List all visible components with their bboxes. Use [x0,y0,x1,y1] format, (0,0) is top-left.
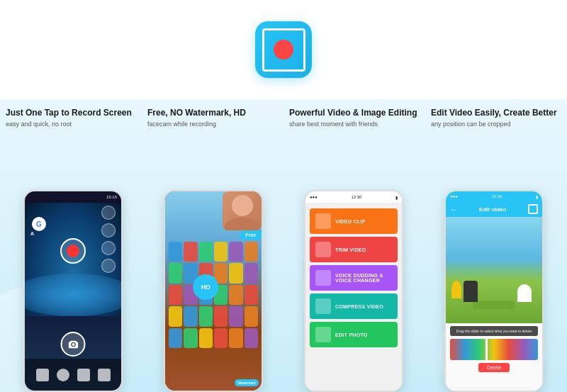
compress-video-item[interactable]: COMPRESS VIDEO [310,293,398,319]
delete-button[interactable]: Delete [478,363,510,372]
phone4-battery: ▮ [536,194,538,199]
video-clip-label: VIDEO CLIP [335,219,366,224]
phone3-signal: ●●● [310,195,318,199]
google-g-icon: G [32,217,46,231]
feature-title-1: Just One Tap to Record Screen [6,108,136,119]
voice-icon [315,270,331,286]
compress-icon [315,298,331,314]
bottom-section: Just One Tap to Record Screen easy and q… [0,99,567,392]
bottom-icon-maps [77,369,90,381]
phone-wrapper-4: ●●● 12:30 ▮ ← Edit video [424,190,564,392]
timeline-handle[interactable] [485,336,488,363]
tile-24 [245,306,258,326]
record-dot [67,245,79,257]
bottom-icon-phone [36,369,49,381]
phone-wrapper-2: HD Free [143,190,284,392]
edit-photo-label: EDIT PHOTO [335,332,368,337]
tile-21 [199,306,213,326]
feature-subtitle-2: facecam while recording [147,121,278,128]
phone-frame-3: ●●● 12:30 ▮ VIDEO CLIP TRIM VIDEO [304,190,403,392]
bottom-icon-gmail [98,369,111,381]
phone-screen-1: 15:15 G A [25,191,121,391]
edit-photo-icon [315,327,331,342]
tile-13 [169,285,182,305]
feature-title-4: Edit Video Easily, Create Better [431,108,561,119]
voice-dudding-label: VOICE DUDDING & VOICE CHANGER [335,273,392,283]
game-character-black [464,281,478,302]
tile-11 [229,263,242,283]
tile-1 [169,242,182,262]
video-clip-icon [315,213,331,229]
app-icon [255,21,312,78]
phone4-time: 12:30 [491,194,502,198]
drag-hint-text: Drag the slider to select what you want … [450,326,538,336]
face-body [225,218,260,230]
free-badge: Free [240,230,262,240]
tile-26 [184,328,197,348]
feature-subtitle-3: share best moment with friends [289,121,420,128]
compress-label: COMPRESS VIDEO [335,304,383,309]
voice-dudding-item[interactable]: VOICE DUDDING & VOICE CHANGER [310,265,398,291]
phone-frame-1: 15:15 G A [23,190,123,392]
tile-7 [169,263,182,283]
phone-wrapper-1: 15:15 G A [3,190,143,392]
delete-area: Delete [446,363,542,372]
side-btn-3[interactable] [101,241,116,255]
tile-23 [229,306,242,326]
record-button[interactable] [60,238,86,264]
edit-photo-item[interactable]: EDIT PHOTO [310,322,398,347]
tile-2 [184,242,197,262]
edit-video-title: Edit video [460,206,525,213]
game-character-white [517,284,532,302]
camera-float-btn[interactable] [61,332,86,357]
back-arrow-icon[interactable]: ← [450,206,457,213]
feature-title-3: Powerful Video & Image Editing [289,108,420,119]
facecam-overlay [223,191,262,230]
tile-20 [184,306,197,326]
video-clip-item[interactable]: VIDEO CLIP [310,208,398,234]
feature-subtitle-1: easy and quick, no root [6,121,136,128]
tile-19 [169,306,182,326]
tile-17 [229,285,242,305]
tile-12 [245,263,258,283]
side-btn-4[interactable] [101,259,116,273]
watermark-badge: Watermark [235,379,259,386]
phone3-status-bar: ●●● 12:30 ▮ [305,191,402,203]
game-preview [446,217,542,323]
phone1-status-bar: 15:15 [25,191,121,203]
feature-title-2: Free, NO Watermark, HD [147,108,278,119]
phone4-signal: ●●● [450,194,458,198]
feature-subtitle-4: any position can be cropped [431,121,561,128]
phone1-time: 15:15 [106,195,117,199]
timeline-strip[interactable] [450,339,538,360]
tile-5 [229,242,242,262]
app-icon-dot [274,40,293,60]
trim-video-item[interactable]: TRIM VIDEO [310,237,398,262]
feature-col-4: Edit Video Easily, Create Better any pos… [425,108,567,128]
tile-28 [214,328,228,348]
tile-27 [199,328,213,348]
phone3-battery: ▮ [395,195,398,200]
side-btn-1[interactable] [101,206,116,220]
phone4-header: ← Edit video [446,201,542,217]
trim-video-label: TRIM VIDEO [335,247,366,252]
tile-3 [199,242,213,262]
feature-col-1: Just One Tap to Record Screen easy and q… [0,108,142,128]
hd-badge: HD [193,274,218,300]
face-circle [232,195,253,216]
feature-col-3: Powerful Video & Image Editing share bes… [284,108,425,128]
phone1-bottom-bar [25,359,121,391]
phone3-time: 12:30 [351,195,361,199]
bottom-icon-home [57,369,69,381]
camera-icon [67,339,79,350]
phone-screen-3: ●●● 12:30 ▮ VIDEO CLIP TRIM VIDEO [305,191,402,391]
features-header: Just One Tap to Record Screen easy and q… [0,99,567,132]
trim-video-icon [315,242,331,257]
tile-4 [214,242,228,262]
side-btn-2[interactable] [101,223,116,237]
header-save-icon[interactable] [528,204,538,214]
game-coin [451,281,461,298]
tile-18 [245,285,258,305]
tile-30 [245,328,258,348]
phones-row: 15:15 G A [0,132,567,392]
